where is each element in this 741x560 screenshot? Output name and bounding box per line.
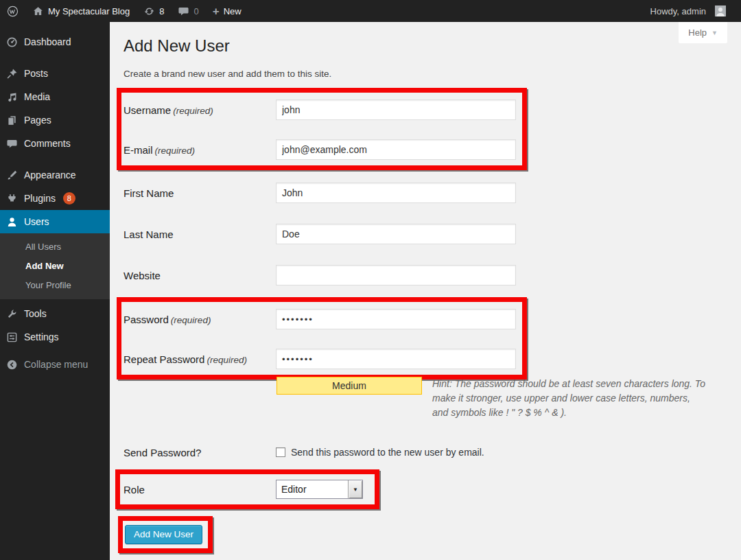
last-name-row: Last Name xyxy=(124,224,727,244)
sidebar-item-label: Tools xyxy=(24,308,47,319)
help-button[interactable]: Help ▼ xyxy=(679,22,727,43)
new-content-menu[interactable]: + New xyxy=(206,0,248,22)
site-name-menu[interactable]: My Spectacular Blog xyxy=(25,0,137,22)
required-hint: (required) xyxy=(155,145,196,156)
updates-menu[interactable]: 8 xyxy=(137,0,171,22)
send-password-text: Send this password to the new user by em… xyxy=(291,447,484,458)
menu-separator xyxy=(0,155,110,163)
dropdown-arrow-icon: ▼ xyxy=(348,480,362,498)
annotation-box-submit: Add New User xyxy=(118,516,213,553)
main-content: Add New User Create a brand new user and… xyxy=(110,22,741,560)
required-hint: (required) xyxy=(171,315,211,325)
repeat-password-label: Repeat Password(required) xyxy=(124,353,276,365)
sidebar-item-dashboard[interactable]: Dashboard xyxy=(0,30,110,54)
sidebar-item-media[interactable]: Media xyxy=(0,85,110,108)
sidebar-item-posts[interactable]: Posts xyxy=(0,62,110,85)
sidebar-item-collapse-menu[interactable]: Collapse menu xyxy=(0,353,110,376)
repeat-password-row: Repeat Password(required) xyxy=(124,349,519,369)
first-name-input[interactable] xyxy=(276,183,516,203)
admin-bar: My Spectacular Blog 8 0 + New xyxy=(0,0,741,22)
role-row: Role Editor ▼ xyxy=(124,480,372,499)
appearance-icon xyxy=(6,170,18,181)
password-row: Password(required) xyxy=(124,309,519,329)
comments-menu[interactable]: 0 xyxy=(171,0,205,22)
wordpress-logo-menu[interactable] xyxy=(0,0,25,22)
first-name-row: First Name xyxy=(124,183,727,203)
sidebar-item-label: Pages xyxy=(24,115,51,126)
website-row: Website xyxy=(124,265,727,285)
required-hint: (required) xyxy=(207,355,247,365)
page-subtitle: Create a brand new user and add them to … xyxy=(124,69,727,80)
admin-sidebar: Dashboard Posts Media Pages xyxy=(0,22,110,560)
sidebar-item-appearance[interactable]: Appearance xyxy=(0,163,110,187)
add-new-user-button[interactable]: Add New User xyxy=(125,525,202,544)
first-name-label: First Name xyxy=(124,187,276,199)
username-row: Username(required) xyxy=(124,100,519,120)
submenu-item-all-users[interactable]: All Users xyxy=(0,237,110,257)
comment-bubble-icon xyxy=(178,5,189,17)
menu-separator xyxy=(0,54,110,62)
sidebar-item-label: Plugins xyxy=(24,193,56,204)
website-input[interactable] xyxy=(276,265,516,285)
avatar xyxy=(715,5,726,16)
comment-count: 0 xyxy=(193,6,198,16)
submenu-item-add-new[interactable]: Add New xyxy=(0,257,110,276)
role-selected-value: Editor xyxy=(277,484,348,495)
annotation-box-password-fields: Password(required) Repeat Password(requi… xyxy=(117,297,527,380)
sidebar-item-settings[interactable]: Settings xyxy=(0,325,110,349)
sidebar-item-label: Users xyxy=(24,216,49,227)
role-label: Role xyxy=(124,484,276,495)
last-name-input[interactable] xyxy=(276,224,516,244)
email-label: E-mail(required) xyxy=(124,144,276,156)
submenu-item-your-profile[interactable]: Your Profile xyxy=(0,276,110,295)
sidebar-item-pages[interactable]: Pages xyxy=(0,108,110,132)
dashboard-icon xyxy=(6,36,18,48)
new-label: New xyxy=(224,6,242,16)
wordpress-logo-icon xyxy=(7,5,19,17)
home-icon xyxy=(32,5,44,17)
update-icon xyxy=(143,5,155,17)
comments-icon xyxy=(6,138,18,150)
annotation-box-role: Role Editor ▼ xyxy=(115,469,379,509)
sidebar-item-label: Settings xyxy=(24,331,59,342)
annotation-box-required-user-fields: Username(required) E-mail(required) xyxy=(117,88,527,170)
sidebar-item-label: Posts xyxy=(24,68,48,79)
email-row: E-mail(required) xyxy=(124,139,519,160)
sidebar-item-comments[interactable]: Comments xyxy=(0,132,110,155)
password-hint-text: Hint: The password should be at least se… xyxy=(432,378,705,418)
sidebar-item-label: Comments xyxy=(24,138,71,149)
password-label: Password(required) xyxy=(124,314,276,325)
password-hint-section: Medium Hint: The password should be at l… xyxy=(124,377,707,420)
sidebar-item-plugins[interactable]: Plugins 8 xyxy=(0,187,110,210)
role-select[interactable]: Editor ▼ xyxy=(276,480,363,499)
send-password-checkbox[interactable] xyxy=(276,447,285,457)
sidebar-item-label: Collapse menu xyxy=(24,359,88,370)
plus-icon: + xyxy=(213,5,220,17)
sidebar-item-label: Appearance xyxy=(24,170,76,180)
website-label: Website xyxy=(124,270,276,281)
sidebar-item-users[interactable]: Users xyxy=(0,210,110,233)
settings-icon xyxy=(6,331,18,343)
users-submenu: All Users Add New Your Profile xyxy=(0,233,110,299)
sidebar-item-tools[interactable]: Tools xyxy=(0,302,110,325)
media-icon xyxy=(6,91,18,103)
tools-icon xyxy=(6,308,18,320)
last-name-label: Last Name xyxy=(124,229,276,240)
email-input[interactable] xyxy=(276,139,516,160)
howdy-label: Howdy, admin xyxy=(650,6,711,16)
pages-icon xyxy=(6,115,18,126)
page-title: Add New User xyxy=(124,36,727,56)
wordpress-admin-page: My Spectacular Blog 8 0 + New xyxy=(0,0,741,560)
plugins-update-badge: 8 xyxy=(63,192,75,205)
help-label: Help xyxy=(688,27,707,38)
plugins-icon xyxy=(6,193,18,205)
password-input[interactable] xyxy=(276,309,516,329)
password-strength-meter: Medium xyxy=(277,377,422,395)
send-password-label: Send Password? xyxy=(124,447,276,458)
repeat-password-input[interactable] xyxy=(276,349,516,369)
username-input[interactable] xyxy=(276,100,516,120)
send-password-row: Send Password? Send this password to the… xyxy=(124,442,727,463)
sidebar-item-label: Dashboard xyxy=(24,36,71,47)
my-account-menu[interactable]: Howdy, admin xyxy=(644,0,733,22)
sidebar-item-label: Media xyxy=(24,91,50,102)
